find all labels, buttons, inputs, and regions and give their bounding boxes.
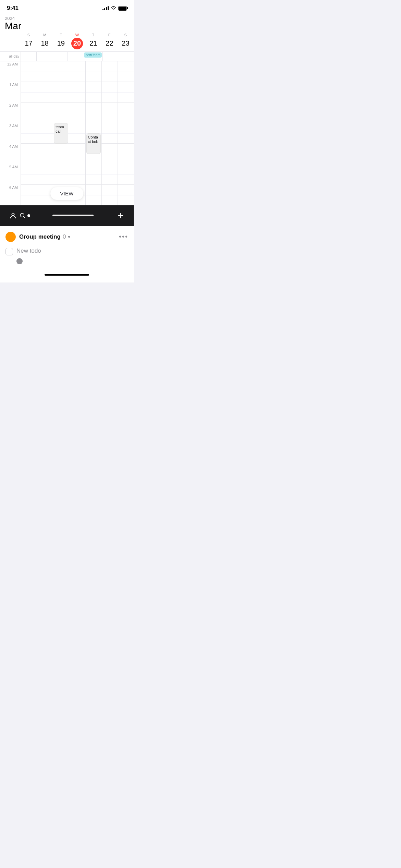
calendar-grid-container[interactable]: 12 AM1 AM2 AM3 AM4 AM5 AM6 AMteam callCo…	[0, 61, 134, 205]
hour-cell-6-4	[118, 144, 134, 164]
new-team-event[interactable]: new team	[84, 52, 101, 58]
all-day-cell-0	[21, 52, 36, 61]
hour-cell-2-4	[53, 144, 69, 164]
hour-cell-0-0	[21, 61, 37, 82]
hour-cell-1-5	[37, 164, 53, 185]
person-icon[interactable]	[8, 211, 18, 220]
time-label-4: 4 AM	[0, 144, 21, 164]
hour-cell-0-5	[21, 164, 37, 185]
year-month-row: 2024 Mar	[0, 14, 134, 32]
day-col-grid-2: team call	[53, 61, 69, 205]
hour-cell-3-1	[69, 82, 85, 103]
day-col-2[interactable]: T 19	[53, 33, 69, 49]
svg-point-0	[12, 213, 14, 215]
battery-icon	[118, 6, 127, 11]
day-col-3[interactable]: W 20	[69, 33, 85, 49]
day-col-grid-1	[37, 61, 53, 205]
todo-header-left: Group meeting 0 ▾	[5, 232, 70, 242]
status-time: 9:41	[7, 5, 19, 12]
hour-cell-5-4	[102, 144, 118, 164]
day-col-0[interactable]: S 17	[21, 33, 37, 49]
all-day-cell-4: new team	[83, 52, 102, 61]
hour-cell-5-0	[102, 61, 118, 82]
hour-cell-6-0	[118, 61, 134, 82]
hour-cell-5-3	[102, 123, 118, 144]
day-col-grid-5	[101, 61, 118, 205]
home-indicator	[30, 215, 116, 216]
more-options-button[interactable]: •••	[119, 233, 128, 241]
hour-cell-2-2	[53, 103, 69, 123]
hour-cell-3-4	[69, 144, 85, 164]
hour-cell-2-1	[53, 82, 69, 103]
all-day-label: all-day	[0, 52, 21, 61]
todo-section: Group meeting 0 ▾ ••• New todo	[0, 226, 134, 271]
todo-title-group: Group meeting 0 ▾	[19, 233, 70, 240]
hour-cell-5-2	[102, 103, 118, 123]
all-day-cell-3	[68, 52, 83, 61]
hour-cell-4-6	[86, 185, 101, 205]
hour-cell-6-1	[118, 82, 134, 103]
hour-cell-3-5	[69, 164, 85, 185]
all-day-cell-5	[102, 52, 118, 61]
search-icon[interactable]	[18, 211, 27, 220]
plus-icon[interactable]	[116, 211, 125, 220]
status-icons	[102, 6, 127, 11]
calendar-header: 2024 Mar S 17 M 18 T 19 W 20 T 21 F 22 S…	[0, 14, 134, 61]
day-col-grid-3	[69, 61, 85, 205]
todo-count: 0	[63, 233, 66, 240]
gray-dot	[16, 258, 23, 264]
hour-cell-1-2	[37, 103, 53, 123]
todo-title: Group meeting	[19, 233, 61, 240]
todo-header: Group meeting 0 ▾ •••	[5, 232, 128, 242]
time-label-1: 1 AM	[0, 82, 21, 103]
day-col-grid-4: Contact bob	[85, 61, 101, 205]
signal-icon	[102, 6, 109, 10]
hour-cell-6-2	[118, 103, 134, 123]
hour-cell-1-3	[37, 123, 53, 144]
todo-icon	[5, 232, 16, 242]
hour-cell-1-4	[37, 144, 53, 164]
time-label-5: 5 AM	[0, 164, 21, 185]
todo-new-text[interactable]: New todo	[16, 248, 41, 254]
hour-cell-1-0	[37, 61, 53, 82]
home-bar-indicator	[45, 274, 89, 276]
time-label-2: 2 AM	[0, 103, 21, 123]
hour-cell-1-1	[37, 82, 53, 103]
dot-indicator	[27, 214, 30, 217]
hour-cell-0-2	[21, 103, 37, 123]
view-button[interactable]: VIEW	[50, 187, 83, 200]
calendar-grid: 12 AM1 AM2 AM3 AM4 AM5 AM6 AMteam callCo…	[0, 61, 134, 205]
hour-cell-6-6	[118, 185, 134, 205]
time-label-3: 3 AM	[0, 123, 21, 144]
todo-checkbox[interactable]	[5, 248, 13, 255]
hour-cell-3-2	[69, 103, 85, 123]
event-team-call[interactable]: team call	[54, 123, 68, 144]
hour-cell-0-1	[21, 82, 37, 103]
hour-cell-6-5	[118, 164, 134, 185]
all-day-cell-2	[52, 52, 68, 61]
hour-cell-5-1	[102, 82, 118, 103]
day-col-6[interactable]: S 23	[118, 33, 134, 49]
hour-cell-4-0	[86, 61, 101, 82]
hour-cell-4-1	[86, 82, 101, 103]
day-col-4[interactable]: T 21	[85, 33, 101, 49]
hour-cell-3-3	[69, 123, 85, 144]
time-label-6: 6 AM	[0, 185, 21, 205]
hour-cell-0-6	[21, 185, 37, 205]
day-col-grid-6	[118, 61, 134, 205]
todo-item: New todo	[5, 248, 128, 255]
hour-cell-5-5	[102, 164, 118, 185]
hour-cell-0-4	[21, 144, 37, 164]
day-col-5[interactable]: F 22	[101, 33, 118, 49]
event-contact-bob[interactable]: Contact bob	[86, 133, 101, 154]
day-col-1[interactable]: M 18	[37, 33, 53, 49]
month-label: Mar	[5, 21, 21, 32]
wifi-icon	[111, 6, 116, 10]
time-column: 12 AM1 AM2 AM3 AM4 AM5 AM6 AM	[0, 61, 21, 205]
time-label-0: 12 AM	[0, 61, 21, 82]
day-col-grid-0	[21, 61, 37, 205]
hour-cell-2-0	[53, 61, 69, 82]
hour-cell-0-3	[21, 123, 37, 144]
chevron-down-icon[interactable]: ▾	[68, 234, 70, 240]
hour-cell-4-5	[86, 164, 101, 185]
